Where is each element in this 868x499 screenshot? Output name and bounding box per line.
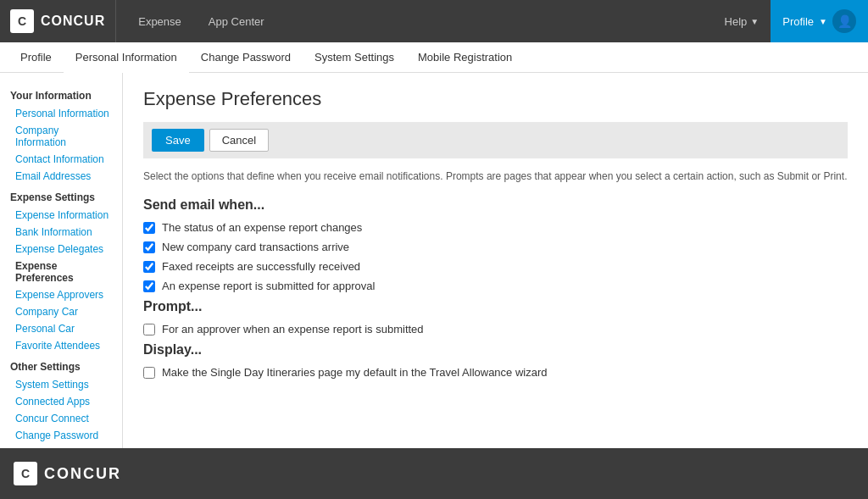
sidebar-item-expense-approvers[interactable]: Expense Approvers	[0, 286, 122, 303]
checkbox-submitted-approval[interactable]	[143, 280, 155, 292]
content-area: Expense Preferences Save Cancel Select t…	[123, 73, 868, 448]
nav-expense[interactable]: Expense	[125, 0, 195, 42]
sidebar-section-your-information: Your Information	[0, 83, 122, 105]
description-text: Select the options that define when you …	[143, 169, 848, 184]
sidebar-item-favorite-attendees[interactable]: Favorite Attendees	[0, 337, 122, 354]
avatar: 👤	[832, 9, 856, 33]
save-button[interactable]: Save	[152, 129, 204, 152]
sidebar-item-bank-information[interactable]: Bank Information	[0, 224, 122, 241]
profile-button[interactable]: Profile ▼ 👤	[771, 0, 868, 42]
checkbox-label-approver-prompt: For an approver when an expense report i…	[162, 323, 424, 335]
checkbox-label-status-changes: The status of an expense report changes	[162, 221, 362, 234]
checkbox-row: An expense report is submitted for appro…	[143, 280, 848, 292]
checkbox-row: For an approver when an expense report i…	[143, 323, 848, 335]
footer-logo-text: CONCUR	[44, 465, 121, 483]
sidebar-section-expense-settings: Expense Settings	[0, 185, 122, 207]
checkbox-label-card-transactions: New company card transactions arrive	[162, 241, 349, 253]
send-email-heading: Send email when...	[143, 197, 848, 213]
top-right: Help ▼ Profile ▼ 👤	[713, 0, 868, 42]
sidebar-item-connected-apps[interactable]: Connected Apps	[0, 393, 122, 410]
checkbox-faxed-receipts[interactable]	[143, 261, 155, 273]
sidebar-item-personal-car[interactable]: Personal Car	[0, 320, 122, 337]
sidebar-item-personal-information[interactable]: Personal Information	[0, 105, 122, 122]
tab-personal-information[interactable]: Personal Information	[64, 44, 189, 73]
action-bar: Save Cancel	[143, 122, 848, 158]
checkbox-single-day-itineraries[interactable]	[143, 367, 155, 379]
cancel-button[interactable]: Cancel	[209, 129, 269, 152]
concur-logo-icon: C	[10, 9, 34, 33]
checkbox-label-submitted-approval: An expense report is submitted for appro…	[162, 280, 375, 292]
logo-area: C CONCUR	[0, 0, 116, 42]
footer: C CONCUR	[0, 448, 868, 499]
page-title: Expense Preferences	[143, 88, 848, 110]
checkbox-row: The status of an expense report changes	[143, 221, 848, 234]
display-heading: Display...	[143, 342, 848, 358]
sidebar-section-other-settings: Other Settings	[0, 354, 122, 376]
checkbox-approver-prompt[interactable]	[143, 324, 155, 335]
checkbox-label-faxed-receipts: Faxed receipts are successfully received	[162, 260, 360, 273]
help-button[interactable]: Help ▼	[713, 0, 771, 42]
sidebar-item-change-password[interactable]: Change Password	[0, 427, 122, 444]
checkbox-label-single-day-itineraries: Make the Single Day Itineraries page my …	[162, 366, 548, 379]
checkbox-row: New company card transactions arrive	[143, 241, 848, 253]
sidebar-item-expense-delegates[interactable]: Expense Delegates	[0, 241, 122, 258]
nav-app-center[interactable]: App Center	[195, 0, 278, 42]
checkbox-status-changes[interactable]	[143, 222, 155, 234]
sidebar-item-concur-connect[interactable]: Concur Connect	[0, 410, 122, 427]
logo-text: CONCUR	[41, 14, 105, 29]
help-caret-icon: ▼	[750, 17, 759, 26]
sidebar-item-email-addresses[interactable]: Email Addresses	[0, 168, 122, 185]
footer-logo-icon: C	[14, 462, 37, 485]
sidebar-item-expense-information[interactable]: Expense Information	[0, 207, 122, 224]
sidebar-item-system-settings[interactable]: System Settings	[0, 376, 122, 393]
sidebar-item-company-information[interactable]: Company Information	[0, 122, 122, 151]
prompt-heading: Prompt...	[143, 299, 848, 314]
sidebar-item-expense-preferences[interactable]: Expense Preferences	[0, 258, 122, 286]
tab-system-settings[interactable]: System Settings	[303, 44, 406, 73]
tab-mobile-registration[interactable]: Mobile Registration	[406, 44, 524, 73]
secondary-nav: Profile Personal Information Change Pass…	[0, 42, 868, 73]
sidebar: Your Information Personal Information Co…	[0, 73, 123, 448]
top-nav: C CONCUR Expense App Center Help ▼ Profi…	[0, 0, 868, 42]
tab-change-password[interactable]: Change Password	[189, 44, 303, 73]
sidebar-item-contact-information[interactable]: Contact Information	[0, 151, 122, 168]
main-layout: Your Information Personal Information Co…	[0, 73, 868, 448]
checkbox-card-transactions[interactable]	[143, 241, 155, 253]
checkbox-row: Make the Single Day Itineraries page my …	[143, 366, 848, 379]
profile-caret-icon: ▼	[819, 17, 827, 26]
nav-links: Expense App Center	[116, 0, 712, 42]
checkbox-row: Faxed receipts are successfully received	[143, 260, 848, 273]
sidebar-item-company-car[interactable]: Company Car	[0, 303, 122, 320]
tab-profile[interactable]: Profile	[8, 44, 64, 73]
